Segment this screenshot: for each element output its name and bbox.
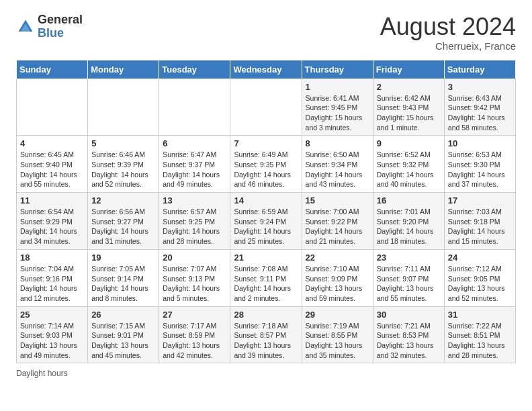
day-info: Sunrise: 7:12 AM Sunset: 9:05 PM Dayligh… xyxy=(448,264,512,304)
day-info: Sunrise: 7:14 AM Sunset: 9:03 PM Dayligh… xyxy=(20,321,84,361)
day-number: 22 xyxy=(306,253,369,263)
calendar-cell: 3Sunrise: 6:43 AM Sunset: 9:42 PM Daylig… xyxy=(444,79,515,136)
weekday-header-row: SundayMondayTuesdayWednesdayThursdayFrid… xyxy=(17,60,516,79)
calendar-cell: 7Sunrise: 6:49 AM Sunset: 9:35 PM Daylig… xyxy=(230,136,302,193)
calendar-cell: 29Sunrise: 7:19 AM Sunset: 8:55 PM Dayli… xyxy=(302,306,373,363)
calendar-cell xyxy=(17,79,88,136)
day-number: 24 xyxy=(448,253,512,263)
month-year: August 2024 xyxy=(380,13,516,40)
day-number: 5 xyxy=(91,138,155,148)
calendar-cell: 24Sunrise: 7:12 AM Sunset: 9:05 PM Dayli… xyxy=(444,249,515,306)
day-info: Sunrise: 7:15 AM Sunset: 9:01 PM Dayligh… xyxy=(91,321,155,361)
calendar-cell xyxy=(159,79,230,136)
day-info: Sunrise: 7:10 AM Sunset: 9:09 PM Dayligh… xyxy=(306,264,369,304)
day-info: Sunrise: 6:59 AM Sunset: 9:24 PM Dayligh… xyxy=(234,207,298,246)
calendar-cell: 4Sunrise: 6:45 AM Sunset: 9:40 PM Daylig… xyxy=(17,136,88,193)
calendar-week-1: 1Sunrise: 6:41 AM Sunset: 9:45 PM Daylig… xyxy=(17,79,516,136)
calendar-cell: 8Sunrise: 6:50 AM Sunset: 9:34 PM Daylig… xyxy=(302,136,373,193)
day-info: Sunrise: 7:22 AM Sunset: 8:51 PM Dayligh… xyxy=(448,321,512,361)
weekday-header-monday: Monday xyxy=(88,60,159,79)
calendar-cell: 25Sunrise: 7:14 AM Sunset: 9:03 PM Dayli… xyxy=(17,306,88,363)
day-number: 3 xyxy=(448,82,512,92)
day-info: Sunrise: 6:46 AM Sunset: 9:39 PM Dayligh… xyxy=(91,150,155,189)
day-number: 23 xyxy=(377,253,441,263)
day-number: 2 xyxy=(377,82,441,92)
logo-blue: Blue xyxy=(38,27,83,40)
day-number: 9 xyxy=(377,138,441,148)
calendar-cell: 6Sunrise: 6:47 AM Sunset: 9:37 PM Daylig… xyxy=(159,136,230,193)
day-number: 29 xyxy=(306,310,369,320)
calendar-cell: 10Sunrise: 6:53 AM Sunset: 9:30 PM Dayli… xyxy=(444,136,515,193)
calendar-cell: 13Sunrise: 6:57 AM Sunset: 9:25 PM Dayli… xyxy=(159,193,230,250)
footer: Daylight hours xyxy=(16,369,516,378)
day-info: Sunrise: 7:21 AM Sunset: 8:53 PM Dayligh… xyxy=(377,321,441,361)
day-info: Sunrise: 6:50 AM Sunset: 9:34 PM Dayligh… xyxy=(306,150,369,189)
day-info: Sunrise: 6:43 AM Sunset: 9:42 PM Dayligh… xyxy=(448,93,512,133)
calendar-cell xyxy=(230,79,302,136)
calendar-cell: 23Sunrise: 7:11 AM Sunset: 9:07 PM Dayli… xyxy=(373,249,444,306)
calendar-week-5: 25Sunrise: 7:14 AM Sunset: 9:03 PM Dayli… xyxy=(17,306,516,363)
day-number: 14 xyxy=(234,195,298,205)
day-info: Sunrise: 6:57 AM Sunset: 9:25 PM Dayligh… xyxy=(163,207,226,246)
day-info: Sunrise: 7:07 AM Sunset: 9:13 PM Dayligh… xyxy=(163,264,226,304)
day-info: Sunrise: 7:03 AM Sunset: 9:18 PM Dayligh… xyxy=(448,207,512,246)
calendar-cell: 30Sunrise: 7:21 AM Sunset: 8:53 PM Dayli… xyxy=(373,306,444,363)
calendar-cell: 12Sunrise: 6:56 AM Sunset: 9:27 PM Dayli… xyxy=(88,193,159,250)
logo-icon xyxy=(16,17,35,36)
calendar-cell: 16Sunrise: 7:01 AM Sunset: 9:20 PM Dayli… xyxy=(373,193,444,250)
calendar-cell: 15Sunrise: 7:00 AM Sunset: 9:22 PM Dayli… xyxy=(302,193,373,250)
day-number: 27 xyxy=(163,310,226,320)
calendar-table: SundayMondayTuesdayWednesdayThursdayFrid… xyxy=(16,60,516,364)
day-info: Sunrise: 7:08 AM Sunset: 9:11 PM Dayligh… xyxy=(234,264,298,304)
day-number: 10 xyxy=(448,138,512,148)
day-info: Sunrise: 6:54 AM Sunset: 9:29 PM Dayligh… xyxy=(20,207,84,246)
calendar-cell: 20Sunrise: 7:07 AM Sunset: 9:13 PM Dayli… xyxy=(159,249,230,306)
day-info: Sunrise: 7:18 AM Sunset: 8:57 PM Dayligh… xyxy=(234,321,298,361)
day-number: 12 xyxy=(91,195,155,205)
day-info: Sunrise: 6:41 AM Sunset: 9:45 PM Dayligh… xyxy=(306,93,369,133)
weekday-header-wednesday: Wednesday xyxy=(230,60,302,79)
calendar-cell: 31Sunrise: 7:22 AM Sunset: 8:51 PM Dayli… xyxy=(444,306,515,363)
day-info: Sunrise: 7:01 AM Sunset: 9:20 PM Dayligh… xyxy=(377,207,441,246)
calendar-cell: 1Sunrise: 6:41 AM Sunset: 9:45 PM Daylig… xyxy=(302,79,373,136)
page-header: General Blue August 2024 Cherrueix, Fran… xyxy=(16,13,516,52)
calendar-week-3: 11Sunrise: 6:54 AM Sunset: 9:29 PM Dayli… xyxy=(17,193,516,250)
day-number: 28 xyxy=(234,310,298,320)
day-info: Sunrise: 7:00 AM Sunset: 9:22 PM Dayligh… xyxy=(306,207,369,246)
day-number: 16 xyxy=(377,195,441,205)
day-number: 13 xyxy=(163,195,226,205)
weekday-header-tuesday: Tuesday xyxy=(159,60,230,79)
calendar-cell: 21Sunrise: 7:08 AM Sunset: 9:11 PM Dayli… xyxy=(230,249,302,306)
day-number: 30 xyxy=(377,310,441,320)
calendar-cell: 22Sunrise: 7:10 AM Sunset: 9:09 PM Dayli… xyxy=(302,249,373,306)
day-number: 4 xyxy=(20,138,84,148)
weekday-header-saturday: Saturday xyxy=(444,60,515,79)
calendar-cell: 9Sunrise: 6:52 AM Sunset: 9:32 PM Daylig… xyxy=(373,136,444,193)
weekday-header-friday: Friday xyxy=(373,60,444,79)
day-number: 7 xyxy=(234,138,298,148)
day-info: Sunrise: 6:53 AM Sunset: 9:30 PM Dayligh… xyxy=(448,150,512,189)
calendar-cell: 26Sunrise: 7:15 AM Sunset: 9:01 PM Dayli… xyxy=(88,306,159,363)
day-number: 19 xyxy=(91,253,155,263)
day-number: 25 xyxy=(20,310,84,320)
day-info: Sunrise: 6:42 AM Sunset: 9:43 PM Dayligh… xyxy=(377,93,441,133)
footer-label: Daylight hours xyxy=(16,369,68,378)
calendar-cell: 2Sunrise: 6:42 AM Sunset: 9:43 PM Daylig… xyxy=(373,79,444,136)
day-number: 31 xyxy=(448,310,512,320)
calendar-cell: 27Sunrise: 7:17 AM Sunset: 8:59 PM Dayli… xyxy=(159,306,230,363)
title-area: August 2024 Cherrueix, France xyxy=(380,13,516,52)
calendar-cell: 28Sunrise: 7:18 AM Sunset: 8:57 PM Dayli… xyxy=(230,306,302,363)
day-number: 11 xyxy=(20,195,84,205)
calendar-cell: 5Sunrise: 6:46 AM Sunset: 9:39 PM Daylig… xyxy=(88,136,159,193)
day-info: Sunrise: 6:45 AM Sunset: 9:40 PM Dayligh… xyxy=(20,150,84,189)
day-number: 20 xyxy=(163,253,226,263)
day-info: Sunrise: 7:05 AM Sunset: 9:14 PM Dayligh… xyxy=(91,264,155,304)
calendar-cell xyxy=(88,79,159,136)
day-info: Sunrise: 6:49 AM Sunset: 9:35 PM Dayligh… xyxy=(234,150,298,189)
calendar-cell: 14Sunrise: 6:59 AM Sunset: 9:24 PM Dayli… xyxy=(230,193,302,250)
day-number: 21 xyxy=(234,253,298,263)
day-info: Sunrise: 7:11 AM Sunset: 9:07 PM Dayligh… xyxy=(377,264,441,304)
logo: General Blue xyxy=(16,13,83,40)
day-number: 18 xyxy=(20,253,84,263)
calendar-cell: 19Sunrise: 7:05 AM Sunset: 9:14 PM Dayli… xyxy=(88,249,159,306)
